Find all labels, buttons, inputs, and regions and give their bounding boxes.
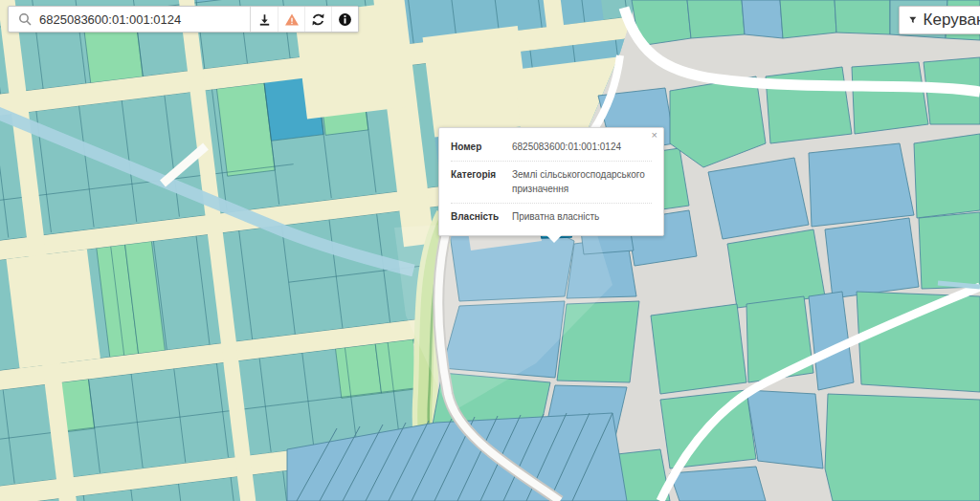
info-button[interactable] bbox=[331, 7, 358, 32]
download-button[interactable] bbox=[251, 7, 278, 32]
manage-button-label: Керування bbox=[924, 11, 980, 30]
row-value: 6825083600:01:001:0124 bbox=[512, 140, 652, 155]
filter-funnel-icon bbox=[909, 13, 917, 27]
warning-icon bbox=[284, 12, 300, 27]
popup-row-ownership: Власність Приватна власність bbox=[451, 204, 652, 230]
manage-layers-button[interactable]: Керування bbox=[899, 6, 980, 34]
popup-row-number: Номер 6825083600:01:001:0124 bbox=[451, 134, 652, 162]
download-icon bbox=[257, 12, 272, 27]
refresh-button[interactable] bbox=[304, 7, 331, 32]
info-icon bbox=[338, 12, 352, 27]
parcel-info-popup: × Номер 6825083600:01:001:0124 Категорія… bbox=[438, 127, 664, 236]
map-canvas[interactable] bbox=[0, 0, 980, 501]
row-label: Номер bbox=[451, 140, 506, 155]
search-icon bbox=[9, 7, 37, 32]
row-value: Землі сільськогосподарського призначення bbox=[512, 167, 652, 197]
close-icon[interactable]: × bbox=[652, 130, 657, 141]
row-value: Приватна власність bbox=[512, 209, 652, 225]
search-toolbar bbox=[250, 7, 358, 32]
popup-row-category: Категорія Землі сільськогосподарського п… bbox=[451, 162, 652, 204]
search-bar bbox=[8, 6, 359, 33]
warning-button[interactable] bbox=[278, 7, 304, 32]
refresh-icon bbox=[311, 12, 325, 27]
row-label: Власність bbox=[451, 209, 506, 225]
search-input[interactable] bbox=[37, 7, 250, 32]
row-label: Категорія bbox=[451, 167, 506, 197]
